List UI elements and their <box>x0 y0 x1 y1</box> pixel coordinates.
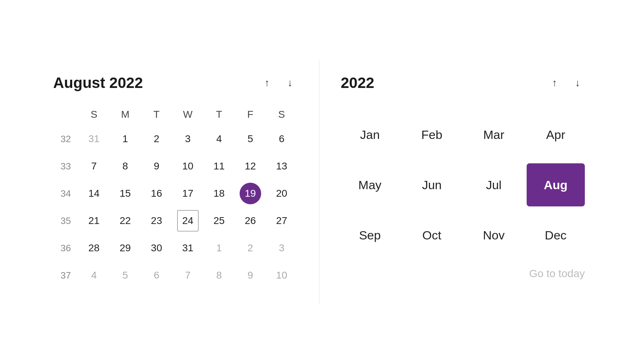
day-number: 5 <box>115 265 136 286</box>
week-number: 33 <box>53 153 78 179</box>
month-cell-may[interactable]: May <box>341 163 399 206</box>
day-cell[interactable]: 1 <box>110 126 141 152</box>
month-year-title: August 2022 <box>53 74 143 92</box>
day-cell[interactable]: 21 <box>78 208 110 234</box>
day-cell[interactable]: 7 <box>172 262 203 288</box>
day-number: 11 <box>208 155 230 177</box>
day-number: 30 <box>146 237 167 259</box>
day-cell[interactable]: 26 <box>235 208 266 234</box>
month-cell-feb[interactable]: Feb <box>403 113 461 156</box>
day-cell[interactable]: 4 <box>78 262 110 288</box>
cal-row: 3628293031123 <box>53 235 297 261</box>
month-cell-apr[interactable]: Apr <box>527 113 585 156</box>
day-number: 7 <box>83 155 105 177</box>
day-number: 16 <box>146 183 167 204</box>
day-number: 2 <box>146 128 167 150</box>
month-cell-oct[interactable]: Oct <box>403 214 461 257</box>
month-cell-aug[interactable]: Aug <box>527 163 585 206</box>
day-number: 23 <box>146 210 167 232</box>
right-header: 2022 ↑ ↓ <box>341 74 585 92</box>
left-header: August 2022 ↑ ↓ <box>53 74 297 92</box>
day-cell[interactable]: 19 <box>235 181 266 206</box>
day-number: 18 <box>208 183 230 204</box>
day-cell[interactable]: 9 <box>235 262 266 288</box>
day-cell[interactable]: 20 <box>266 181 297 206</box>
month-cell-nov[interactable]: Nov <box>464 214 523 257</box>
left-nav-down[interactable]: ↓ <box>283 76 297 90</box>
day-number: 19 <box>240 183 261 204</box>
day-cell[interactable]: 30 <box>141 235 172 261</box>
day-number: 4 <box>208 128 230 150</box>
day-cell[interactable]: 17 <box>172 181 203 206</box>
day-cell[interactable]: 3 <box>266 235 297 261</box>
dow-header-cell: S <box>266 106 297 123</box>
day-cell[interactable]: 2 <box>141 126 172 152</box>
dow-header-cell: T <box>203 106 235 123</box>
day-cell[interactable]: 9 <box>141 153 172 179</box>
day-cell[interactable]: 2 <box>235 235 266 261</box>
day-cell[interactable]: 28 <box>78 235 110 261</box>
day-cell[interactable]: 6 <box>266 126 297 152</box>
day-number: 10 <box>271 265 292 286</box>
day-cell[interactable]: 25 <box>203 208 235 234</box>
month-cell-jan[interactable]: Jan <box>341 113 399 156</box>
day-cell[interactable]: 1 <box>203 235 235 261</box>
day-number: 2 <box>240 237 261 259</box>
calendar-container: August 2022 ↑ ↓ SMTWTFS 3231123456337891… <box>32 60 606 304</box>
day-cell[interactable]: 13 <box>266 153 297 179</box>
day-number: 6 <box>146 265 167 286</box>
day-cell[interactable]: 31 <box>172 235 203 261</box>
day-cell[interactable]: 27 <box>266 208 297 234</box>
dow-header-cell: T <box>141 106 172 123</box>
day-cell[interactable]: 14 <box>78 181 110 206</box>
day-cell[interactable]: 23 <box>141 208 172 234</box>
day-number: 1 <box>115 128 136 150</box>
day-number: 13 <box>271 155 292 177</box>
dow-header-cell: W <box>172 106 203 123</box>
day-cell[interactable]: 8 <box>110 153 141 179</box>
day-cell[interactable]: 7 <box>78 153 110 179</box>
month-cell-jul[interactable]: Jul <box>464 163 523 206</box>
day-cell[interactable]: 10 <box>266 262 297 288</box>
right-nav-down[interactable]: ↓ <box>570 76 585 90</box>
left-nav-up[interactable]: ↑ <box>260 76 274 90</box>
cal-row: 3231123456 <box>53 126 297 152</box>
day-cell[interactable]: 29 <box>110 235 141 261</box>
dow-header-cell: F <box>235 106 266 123</box>
day-cell[interactable]: 5 <box>110 262 141 288</box>
month-cell-jun[interactable]: Jun <box>403 163 461 206</box>
day-number: 27 <box>271 210 292 232</box>
cal-row: 3414151617181920 <box>53 181 297 206</box>
year-title: 2022 <box>341 74 374 92</box>
day-number: 29 <box>115 237 136 259</box>
day-cell[interactable]: 5 <box>235 126 266 152</box>
day-cell[interactable]: 12 <box>235 153 266 179</box>
day-cell[interactable]: 16 <box>141 181 172 206</box>
week-number: 37 <box>53 262 78 288</box>
right-nav-up[interactable]: ↑ <box>547 76 562 90</box>
go-to-today-button[interactable]: Go to today <box>341 267 585 280</box>
day-number: 20 <box>271 183 292 204</box>
day-cell[interactable]: 11 <box>203 153 235 179</box>
day-cell[interactable]: 24 <box>172 208 203 234</box>
day-cell[interactable]: 3 <box>172 126 203 152</box>
day-cell[interactable]: 31 <box>78 126 110 152</box>
day-number: 17 <box>177 183 199 204</box>
month-cell-mar[interactable]: Mar <box>464 113 523 156</box>
month-cell-dec[interactable]: Dec <box>527 214 585 257</box>
day-cell[interactable]: 4 <box>203 126 235 152</box>
day-number: 8 <box>115 155 136 177</box>
day-cell[interactable]: 8 <box>203 262 235 288</box>
month-cell-sep[interactable]: Sep <box>341 214 399 257</box>
day-number: 3 <box>177 128 199 150</box>
right-panel: 2022 ↑ ↓ JanFebMarAprMayJunJulAugSepOctN… <box>319 60 607 304</box>
week-number: 32 <box>53 126 78 152</box>
cal-row: 3745678910 <box>53 262 297 288</box>
day-number: 28 <box>83 237 105 259</box>
day-cell[interactable]: 18 <box>203 181 235 206</box>
day-cell[interactable]: 6 <box>141 262 172 288</box>
day-cell[interactable]: 10 <box>172 153 203 179</box>
day-cell[interactable]: 22 <box>110 208 141 234</box>
right-nav-arrows: ↑ ↓ <box>547 76 585 90</box>
day-cell[interactable]: 15 <box>110 181 141 206</box>
